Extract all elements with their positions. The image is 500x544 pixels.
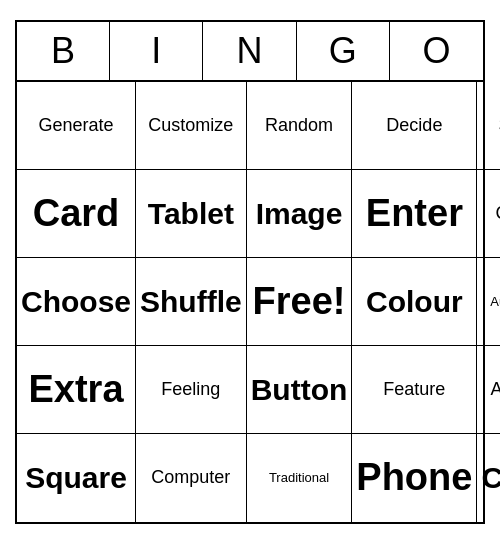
bingo-cell-15: Extra	[17, 346, 136, 434]
bingo-cell-6: Tablet	[136, 170, 247, 258]
bingo-cell-text-0: Generate	[38, 115, 113, 137]
bingo-cell-3: Decide	[352, 82, 477, 170]
header-letter-I: I	[110, 22, 203, 80]
bingo-cell-4: Scratch	[477, 82, 500, 170]
bingo-cell-11: Shuffle	[136, 258, 247, 346]
bingo-cell-12: Free!	[247, 258, 353, 346]
bingo-cell-text-18: Feature	[383, 379, 445, 401]
bingo-cell-20: Square	[17, 434, 136, 522]
bingo-cell-0: Generate	[17, 82, 136, 170]
bingo-cell-text-10: Choose	[21, 284, 131, 320]
bingo-cell-text-16: Feeling	[161, 379, 220, 401]
bingo-cell-1: Customize	[136, 82, 247, 170]
bingo-cell-7: Image	[247, 170, 353, 258]
bingo-cell-2: Random	[247, 82, 353, 170]
bingo-cell-text-7: Image	[256, 196, 343, 232]
bingo-cell-19: Afterward	[477, 346, 500, 434]
bingo-cell-13: Colour	[352, 258, 477, 346]
bingo-cell-text-19: Afterward	[490, 379, 500, 401]
bingo-cell-text-12: Free!	[253, 279, 346, 325]
bingo-cell-text-14: Automatically	[490, 294, 500, 310]
bingo-cell-text-22: Traditional	[269, 470, 329, 486]
bingo-cell-text-2: Random	[265, 115, 333, 137]
header-letter-G: G	[297, 22, 390, 80]
bingo-cell-24: Centre	[477, 434, 500, 522]
bingo-cell-text-15: Extra	[28, 367, 123, 413]
bingo-cell-text-24: Centre	[481, 460, 500, 496]
bingo-cell-17: Button	[247, 346, 353, 434]
bingo-cell-text-13: Colour	[366, 284, 463, 320]
bingo-grid: GenerateCustomizeRandomDecideScratchCard…	[17, 82, 483, 522]
bingo-cell-18: Feature	[352, 346, 477, 434]
bingo-cell-21: Computer	[136, 434, 247, 522]
bingo-cell-9: Conduct	[477, 170, 500, 258]
bingo-cell-text-3: Decide	[386, 115, 442, 137]
bingo-cell-22: Traditional	[247, 434, 353, 522]
bingo-cell-text-6: Tablet	[148, 196, 234, 232]
bingo-cell-8: Enter	[352, 170, 477, 258]
bingo-cell-23: Phone	[352, 434, 477, 522]
bingo-header: BINGO	[17, 22, 483, 82]
header-letter-O: O	[390, 22, 483, 80]
bingo-cell-14: Automatically	[477, 258, 500, 346]
header-letter-B: B	[17, 22, 110, 80]
bingo-cell-text-9: Conduct	[495, 203, 500, 225]
bingo-cell-text-23: Phone	[356, 455, 472, 501]
bingo-cell-text-21: Computer	[151, 467, 230, 489]
bingo-cell-text-11: Shuffle	[140, 284, 242, 320]
bingo-cell-text-1: Customize	[148, 115, 233, 137]
header-letter-N: N	[203, 22, 296, 80]
bingo-cell-16: Feeling	[136, 346, 247, 434]
bingo-card: BINGO GenerateCustomizeRandomDecideScrat…	[15, 20, 485, 524]
bingo-cell-5: Card	[17, 170, 136, 258]
bingo-cell-10: Choose	[17, 258, 136, 346]
bingo-cell-text-8: Enter	[366, 191, 463, 237]
bingo-cell-text-17: Button	[251, 372, 348, 408]
bingo-cell-text-5: Card	[33, 191, 120, 237]
bingo-cell-text-20: Square	[25, 460, 127, 496]
